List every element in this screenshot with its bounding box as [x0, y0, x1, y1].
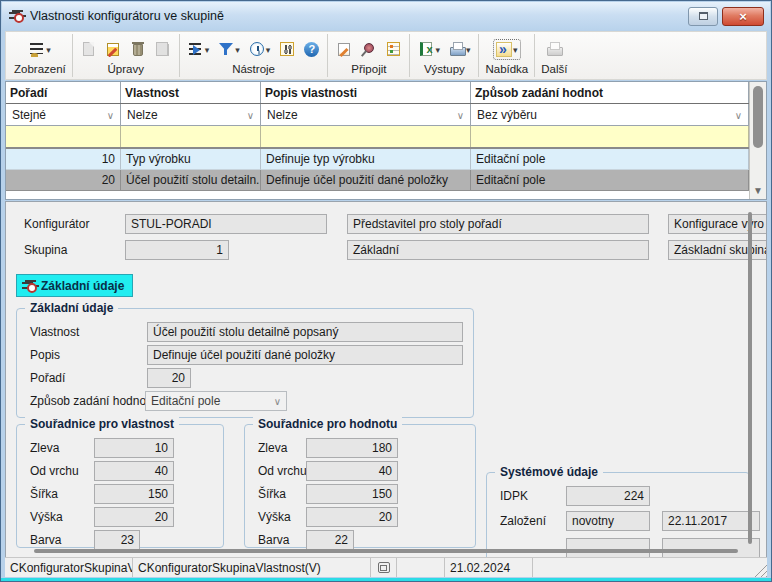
pin-button[interactable]	[359, 39, 379, 59]
filter-input-popis[interactable]	[261, 126, 471, 147]
statusbar: CKonfiguratorSkupinaVla CKonfiguratorSku…	[5, 557, 767, 577]
maximize-icon	[699, 12, 708, 20]
column-header-poradi[interactable]: Pořadí	[6, 82, 121, 103]
network-printer-icon	[546, 41, 562, 57]
cell-popis: Definuje účel použití dané položky	[261, 170, 471, 191]
filter-dropdown-poradi[interactable]: Stejné	[6, 104, 121, 125]
toolbar: Zobrazení Úpravy	[5, 31, 767, 80]
group-title: Souřadnice pro hodnotu	[253, 417, 402, 431]
filter-dropdown-zpusob[interactable]: Bez výběru	[471, 104, 749, 125]
od-vrchu-field: 40	[306, 461, 398, 481]
zpusob-dropdown: Editační pole	[145, 391, 287, 411]
edit-record-button[interactable]	[103, 40, 123, 59]
close-button[interactable]: ×	[722, 7, 764, 26]
vlastnost-field: Účel použití stolu detailně popsaný	[147, 322, 463, 342]
history-button[interactable]	[247, 39, 273, 59]
zpusob-value: Editační pole	[151, 394, 220, 408]
toolbar-group-label: Zobrazení	[14, 62, 66, 75]
excel-export-button[interactable]	[416, 39, 442, 59]
cell-poradi: 10	[6, 149, 121, 170]
zleva-field: 180	[306, 438, 398, 458]
menu-button[interactable]	[494, 40, 520, 59]
printer-icon	[449, 41, 465, 57]
status-window-state-button[interactable]	[371, 558, 397, 577]
chevron-down-icon	[266, 42, 271, 56]
toolbar-group-zobrazeni: Zobrazení	[8, 34, 73, 77]
chevron-down-icon	[735, 108, 742, 122]
cell-vlastnost: Účel použití stolu detailn...	[121, 170, 261, 191]
filter-input-poradi[interactable]	[6, 126, 121, 147]
filter-dropdown-popis[interactable]: Nelze	[261, 104, 471, 125]
filter-funnel-icon	[218, 41, 234, 57]
grid-filter-input-row	[6, 126, 749, 149]
scrollbar-thumb[interactable]	[753, 86, 763, 148]
zleva-field: 10	[94, 438, 174, 458]
window-bottom-accent	[1, 578, 771, 581]
scroll-down-arrow-icon[interactable]: ▼	[750, 185, 766, 196]
app-icon	[8, 8, 24, 24]
panel-horizontal-scrollbar[interactable]	[34, 549, 738, 553]
excel-icon	[420, 42, 432, 56]
window-state-icon	[378, 562, 390, 573]
checklist-button[interactable]	[384, 39, 403, 59]
cell-zpusob: Editační pole	[471, 170, 749, 191]
tab-zakladni-udaje[interactable]: Základní údaje	[16, 274, 133, 297]
popis-field: Definuje účel použití dané položky	[147, 345, 463, 365]
filter-dropdown-vlastnost[interactable]: Nelze	[121, 104, 261, 125]
copy-record-button	[153, 39, 173, 59]
od-vrchu-label: Od vrchu	[30, 461, 79, 481]
attach-note-button[interactable]	[334, 40, 354, 59]
detail-panel: Konfigurátor STUL-PORADI Představitel pr…	[5, 201, 767, 559]
filter-value: Bez výběru	[477, 108, 537, 122]
filter-input-vlastnost[interactable]	[121, 126, 261, 147]
clock-icon	[250, 42, 264, 56]
sirka-field: 150	[94, 484, 174, 504]
table-row[interactable]: 10 Typ výrobku Definuje typ výrobku Edit…	[6, 149, 749, 170]
filter-value: Stejné	[12, 108, 46, 122]
column-header-vlastnost[interactable]: Vlastnost	[121, 82, 261, 103]
poradi-field: 20	[147, 368, 191, 388]
refresh-list-button[interactable]	[186, 39, 212, 59]
delete-record-button[interactable]	[128, 39, 148, 59]
help-button[interactable]	[302, 40, 321, 59]
vyska-field: 20	[94, 507, 174, 527]
skupina-field: 1	[125, 240, 229, 260]
view-menu-button[interactable]	[27, 39, 53, 59]
od-vrchu-label: Od vrchu	[258, 461, 307, 481]
filter-value: Nelze	[267, 108, 298, 122]
filter-button[interactable]	[216, 39, 242, 59]
app-window: Vlastnosti konfigurátoru ve skupině × Zo…	[0, 0, 772, 582]
zleva-label: Zleva	[258, 438, 287, 458]
chevron-down-icon	[466, 42, 471, 56]
zalozeni-label: Založení	[500, 511, 546, 531]
toolbar-group-label: Další	[541, 62, 567, 75]
chevron-down-icon	[46, 42, 51, 56]
parameters-button[interactable]	[277, 39, 297, 59]
barva-label: Barva	[30, 530, 61, 550]
pushpin-icon	[361, 41, 377, 57]
zmena-user-field	[566, 538, 650, 558]
titlebar[interactable]: Vlastnosti konfigurátoru ve skupině ×	[2, 2, 770, 30]
print-button[interactable]	[447, 39, 473, 59]
status-empty-panel	[397, 558, 445, 577]
resize-grip[interactable]	[753, 563, 767, 577]
column-header-popis[interactable]: Popis vlastnosti	[261, 82, 471, 103]
tab-config-icon	[21, 278, 37, 294]
group-title: Systémové údaje	[495, 465, 603, 479]
table-row-selected[interactable]: 20 Účel použití stolu detailn... Definuj…	[6, 170, 749, 191]
panel-vertical-scrollbar[interactable]	[748, 212, 752, 544]
tab-label: Základní údaje	[41, 279, 124, 293]
column-header-zpusob[interactable]: Způsob zadání hodnot	[471, 82, 749, 103]
maximize-button[interactable]	[688, 7, 718, 26]
skupina-desc-field: Základní	[347, 240, 649, 260]
skupina-right-field: Záskladní skupina	[668, 240, 767, 260]
grid-vertical-scrollbar[interactable]: ▼	[749, 82, 766, 199]
grid-header-row: Pořadí Vlastnost Popis vlastnosti Způsob…	[6, 82, 749, 104]
cell-poradi: 20	[6, 170, 121, 191]
poradi-label: Pořadí	[30, 368, 65, 388]
filter-input-zpusob[interactable]	[471, 126, 749, 147]
copy-icon	[159, 44, 169, 56]
sliders-icon	[280, 42, 294, 56]
status-class-panel-1: CKonfiguratorSkupinaVla	[5, 558, 133, 577]
toolbar-group-dalsi: Další	[535, 34, 573, 77]
